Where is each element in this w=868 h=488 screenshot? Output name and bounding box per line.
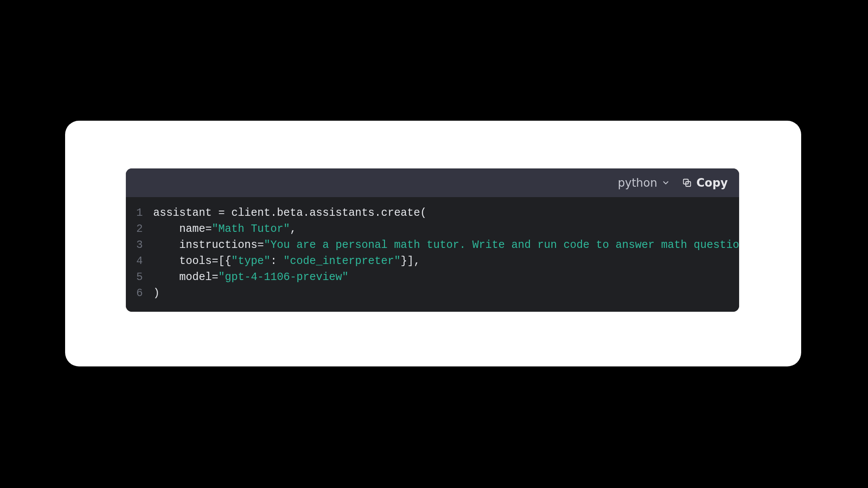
language-select[interactable]: python <box>618 176 671 189</box>
code-token: instructions= <box>153 239 264 251</box>
code-token: "type" <box>231 255 270 267</box>
line-number: 6 <box>136 285 143 301</box>
code-token: ) <box>153 287 160 300</box>
copy-icon <box>682 178 692 188</box>
code-token: }], <box>401 255 420 267</box>
code-token: tools=[{ <box>153 255 231 267</box>
copy-button[interactable]: Copy <box>682 176 728 189</box>
code-token: "Math Tutor" <box>212 223 290 235</box>
line-number: 5 <box>136 269 143 285</box>
code-token: model= <box>153 271 218 284</box>
line-number-gutter: 123456 <box>126 205 151 301</box>
content-card: python Copy 123456 assistant = client.be… <box>65 121 801 366</box>
code-block: python Copy 123456 assistant = client.be… <box>126 168 739 312</box>
code-token: : <box>270 255 283 267</box>
code-content[interactable]: assistant = client.beta.assistants.creat… <box>151 205 739 301</box>
code-token: assistant = client.beta.assistants.creat… <box>153 207 427 219</box>
code-block-header: python Copy <box>126 168 739 197</box>
code-body: 123456 assistant = client.beta.assistant… <box>126 197 739 312</box>
code-token: "gpt-4-1106-preview" <box>218 271 349 284</box>
line-number: 1 <box>136 205 143 221</box>
chevron-down-icon <box>661 178 670 187</box>
line-number: 4 <box>136 253 143 269</box>
copy-label: Copy <box>696 176 728 189</box>
line-number: 2 <box>136 221 143 237</box>
code-token: , <box>290 223 296 235</box>
code-token: "You are a personal math tutor. Write an… <box>264 239 739 251</box>
code-token: "code_interpreter" <box>283 255 401 267</box>
language-label: python <box>618 176 658 189</box>
line-number: 3 <box>136 237 143 253</box>
code-token: name= <box>153 223 212 235</box>
